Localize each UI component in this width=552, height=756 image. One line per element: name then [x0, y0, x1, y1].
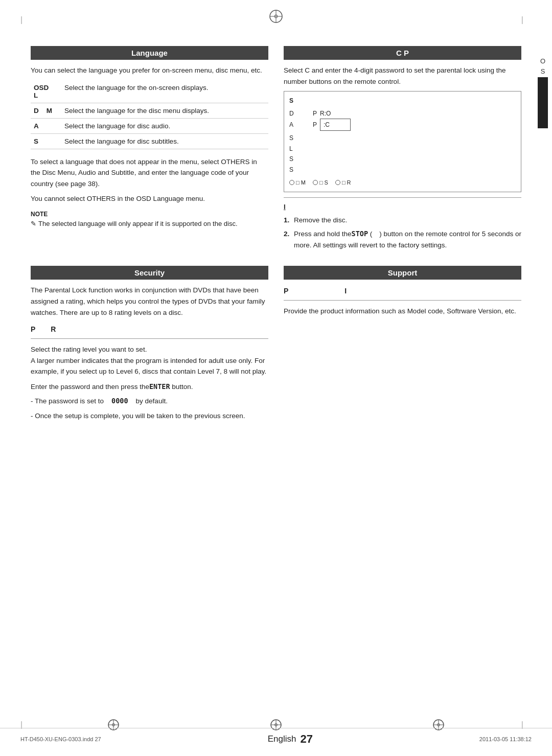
- list-item: 2. Press and hold theSTOP ( ) button on …: [284, 228, 521, 250]
- radio-s: □ S: [313, 178, 328, 188]
- init-list: 1. Remove the disc. 2. Press and hold th…: [284, 215, 521, 251]
- main-columns: Language You can select the language you…: [31, 46, 521, 254]
- language-header: Language: [31, 46, 268, 60]
- support-body: Provide the product information such as …: [284, 306, 521, 317]
- row1-label: D: [289, 108, 310, 119]
- note-text: The selected language will only appear i…: [31, 220, 268, 227]
- box-items: S L S S: [289, 133, 516, 175]
- note-label: NOTE: [31, 211, 268, 218]
- table-row: S Select the language for disc subtitles…: [31, 133, 268, 149]
- row2-value: :C: [320, 119, 351, 131]
- osd-text: You cannot select OTHERS in the OSD Lang…: [31, 193, 268, 204]
- row2-p-label: P: [313, 120, 317, 130]
- parental-radio-row: □ M □ S □ R: [289, 178, 516, 188]
- radio-label-s: □ S: [319, 178, 328, 188]
- init-title: I: [284, 203, 521, 211]
- osd-label: OSDL: [31, 80, 61, 103]
- enter-label: ENTER: [149, 382, 170, 391]
- support-header: Support: [284, 266, 521, 280]
- rating-text: Select the rating level you want to set.…: [31, 344, 268, 377]
- radio-m: □ M: [289, 178, 306, 188]
- default-password: 0000: [111, 397, 128, 405]
- password-complete: - Once the setup is complete, you will b…: [31, 410, 268, 422]
- page-footer: HT-D450-XU-ENG-0303.indd 27 English 27 2…: [0, 728, 552, 746]
- audio-description: Select the language for disc audio.: [61, 118, 268, 133]
- sub-title-r: R: [51, 325, 56, 333]
- radio-label-m: □ M: [296, 178, 306, 188]
- subtitle-label: S: [31, 133, 61, 149]
- parental-box: S D P R:O A P :C S L S S: [284, 91, 521, 192]
- list-text-1: Remove the disc.: [294, 215, 347, 226]
- security-sub-title: P R: [31, 325, 268, 333]
- support-divider: [284, 300, 521, 301]
- init-section: I 1. Remove the disc. 2. Press and hold …: [284, 203, 521, 251]
- language-intro: You can select the language you prefer f…: [31, 65, 268, 76]
- footer-right-section: English 27: [268, 732, 313, 746]
- support-sub-title: P I: [284, 287, 521, 295]
- note-block: NOTE The selected language will only app…: [31, 211, 268, 227]
- security-body: The Parental Lock function works in conj…: [31, 285, 268, 318]
- box-item-s: S: [289, 133, 516, 143]
- list-item: 1. Remove the disc.: [284, 215, 521, 226]
- divider: [284, 197, 521, 198]
- row1-value: R:O: [320, 108, 331, 119]
- radio-circle-m: [289, 180, 294, 185]
- parental-row-2: A P :C: [289, 119, 516, 131]
- others-text: To select a language that does not appea…: [31, 156, 268, 190]
- disc-menu-label: D M: [31, 103, 61, 118]
- row2-label: A: [289, 120, 310, 130]
- password-default: - The password is set to 0000 by default…: [31, 396, 268, 407]
- table-row: A Select the language for disc audio.: [31, 118, 268, 133]
- radio-r: □ R: [335, 178, 351, 188]
- footer-right: 2011-03-05 11:38:12: [479, 736, 532, 742]
- stop-code: STOP: [352, 230, 369, 238]
- support-p: P: [284, 287, 288, 295]
- table-row: OSDL Select the language for the on-scre…: [31, 80, 268, 103]
- security-header: Security: [31, 266, 268, 280]
- box-item-s3: S: [289, 165, 516, 175]
- radio-label-r: □ R: [342, 178, 351, 188]
- support-column: Support P I Provide the product informat…: [284, 266, 521, 425]
- box-item-l: L: [289, 144, 516, 154]
- subtitle-description: Select the language for disc subtitles.: [61, 133, 268, 149]
- list-num-1: 1.: [284, 215, 291, 226]
- parental-intro: Select C and enter the 4-digit password …: [284, 65, 521, 87]
- audio-label: A: [31, 118, 61, 133]
- password-row: Enter the password and then press theENT…: [31, 381, 268, 393]
- parental-header: C P: [284, 46, 521, 60]
- support-i: I: [344, 287, 347, 295]
- radio-circle-r: [335, 180, 340, 185]
- page-number: 27: [300, 732, 312, 746]
- sub-title-p: P: [31, 325, 35, 333]
- language-table: OSDL Select the language for the on-scre…: [31, 80, 268, 149]
- security-column: Security The Parental Lock function work…: [31, 266, 268, 425]
- parental-row-1: D P R:O: [289, 108, 516, 119]
- table-row: D M Select the language for the disc men…: [31, 103, 268, 118]
- osd-description: Select the language for the on-screen di…: [61, 80, 268, 103]
- bottom-columns: Security The Parental Lock function work…: [31, 266, 521, 425]
- right-column: C P Select C and enter the 4-digit passw…: [284, 46, 521, 254]
- footer-left: HT-D450-XU-ENG-0303.indd 27: [20, 736, 101, 742]
- english-label: English: [268, 734, 296, 744]
- disc-menu-description: Select the language for the disc menu di…: [61, 103, 268, 118]
- row1-p-label: P: [313, 108, 317, 119]
- box-title: S: [289, 96, 516, 106]
- radio-circle-s: [313, 180, 318, 185]
- security-divider: [31, 338, 268, 339]
- list-num-2: 2.: [284, 228, 291, 250]
- list-text-2: Press and hold theSTOP ( ) button on the…: [294, 228, 521, 250]
- left-column: Language You can select the language you…: [31, 46, 268, 254]
- box-item-s2: S: [289, 154, 516, 164]
